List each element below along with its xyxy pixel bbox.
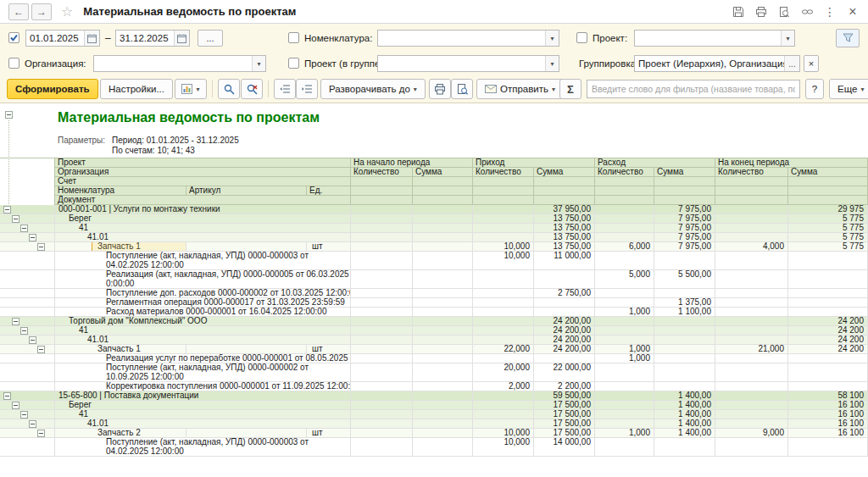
cell-ns[interactable]	[413, 401, 473, 409]
cell-es[interactable]: 5 775	[788, 242, 868, 251]
project-in-group-combo[interactable]: ▾	[377, 55, 559, 72]
cell-os[interactable]: 1 400,00	[654, 419, 715, 428]
cell-ns[interactable]	[413, 317, 473, 325]
cell-eq[interactable]	[715, 410, 788, 419]
cell-is[interactable]: 17 500,00	[534, 401, 595, 409]
cell-es[interactable]: 5 775	[788, 214, 868, 223]
cell-iq[interactable]	[473, 326, 534, 335]
organization-combo[interactable]: ▾	[93, 55, 266, 72]
chevron-down-icon[interactable]: ▾	[545, 56, 559, 71]
cell-name[interactable]: Реализация (акт, накладная, УПД) 0000-00…	[54, 270, 351, 288]
report-row-document[interactable]: Корректировка поступления 0000-000001 от…	[0, 382, 868, 391]
cell-eq[interactable]	[715, 214, 788, 223]
more-button[interactable]: Еще ▾	[829, 79, 868, 99]
period-to-field[interactable]: 31.12.2025	[115, 30, 190, 47]
cell-os[interactable]: 1 400,00	[654, 401, 715, 409]
cell-iq[interactable]	[473, 401, 534, 409]
cell-os[interactable]: 7 975,00	[654, 205, 715, 214]
cell-iq[interactable]	[473, 205, 534, 214]
cell-nq[interactable]	[351, 252, 413, 269]
report-row-document[interactable]: Поступление (акт, накладная, УПД) 0000-0…	[0, 363, 868, 382]
cell-iq[interactable]: 10,000	[473, 429, 534, 437]
cell-es[interactable]: 58 100	[788, 391, 868, 400]
cell-ns[interactable]	[413, 345, 473, 353]
cell-name[interactable]: 41.01	[54, 336, 351, 344]
cell-eq[interactable]	[715, 233, 788, 241]
cell-eq[interactable]	[715, 224, 788, 232]
report-row-document[interactable]: Регламентная операция 0000-000017 от 31.…	[0, 298, 868, 308]
cell-nq[interactable]	[351, 410, 413, 419]
cell-iq[interactable]	[473, 410, 534, 419]
cell-es[interactable]	[788, 354, 868, 363]
cell-eq[interactable]	[715, 438, 788, 456]
cell-name[interactable]: 41.01	[54, 233, 351, 241]
cell-os[interactable]	[654, 345, 715, 353]
quick-filter-input[interactable]	[587, 80, 800, 98]
report-row-item[interactable]: Запчасть 2шт10,00017 500,001,0001 400,00…	[0, 429, 868, 438]
cell-es[interactable]: 5 775	[788, 224, 868, 232]
cell-ns[interactable]	[413, 354, 473, 363]
cell-is[interactable]: 13 750,00	[534, 224, 595, 232]
collapse-expander-icon[interactable]	[12, 318, 19, 325]
cell-es[interactable]	[788, 289, 868, 297]
find-button[interactable]	[218, 79, 240, 99]
cell-name[interactable]: Расход материалов 0000-000001 от 16.04.2…	[54, 308, 351, 316]
cell-iq[interactable]	[473, 298, 534, 307]
project-checkbox[interactable]	[576, 32, 587, 43]
cell-is[interactable]: 24 200,00	[534, 345, 595, 353]
column-header-expense[interactable]: Расход	[595, 158, 715, 168]
report-row-group[interactable]: 4113 750,007 975,005 775	[0, 224, 868, 233]
collapse-expander-icon[interactable]	[12, 215, 19, 223]
cell-ns[interactable]	[413, 224, 473, 232]
cell-eq[interactable]	[715, 252, 788, 269]
collapse-expander-icon[interactable]	[20, 411, 28, 419]
report-row-document[interactable]: Поступление доп. расходов 0000-000002 от…	[0, 289, 868, 298]
cell-oq[interactable]	[595, 289, 654, 297]
column-header-account[interactable]: Счет	[54, 177, 351, 186]
cell-ns[interactable]	[413, 252, 473, 269]
cell-oq[interactable]	[595, 298, 654, 307]
cell-is[interactable]: 37 950,00	[534, 205, 595, 214]
cell-os[interactable]	[654, 382, 715, 391]
cell-nq[interactable]	[351, 242, 413, 251]
cell-nq[interactable]	[351, 336, 413, 344]
cell-oq[interactable]	[595, 252, 654, 269]
cell-ns[interactable]	[413, 308, 473, 316]
cell-eq[interactable]	[715, 205, 788, 214]
column-header-qty[interactable]: Количество	[715, 168, 788, 177]
cell-is[interactable]	[534, 298, 595, 307]
cell-is[interactable]: 24 200,00	[534, 317, 595, 325]
cell-ns[interactable]	[413, 270, 473, 288]
collapse-expander-icon[interactable]	[37, 430, 45, 437]
back-button[interactable]: ←	[8, 3, 29, 20]
cell-name[interactable]: Поступление доп. расходов 0000-000002 от…	[54, 289, 351, 297]
expand-to-button[interactable]: Разворачивать до ▾	[320, 79, 426, 99]
cell-ns[interactable]	[413, 233, 473, 241]
cell-iq[interactable]: 10,000	[473, 242, 534, 251]
report-variants-button[interactable]: ▾	[175, 79, 207, 99]
cell-os[interactable]: 7 975,00	[654, 214, 715, 223]
cell-es[interactable]	[788, 308, 868, 316]
cell-unit[interactable]: шт	[307, 242, 351, 251]
cell-os[interactable]	[654, 336, 715, 344]
expand-groups-button[interactable]	[296, 79, 318, 99]
cell-name[interactable]: 15-65-800 | Поставка документации	[54, 391, 351, 400]
cell-ns[interactable]	[413, 214, 473, 223]
cell-name[interactable]: Корректировка поступления 0000-000001 от…	[54, 382, 351, 391]
report-row-item[interactable]: Запчасть 1шт10,00013 750,006,0007 975,00…	[0, 242, 868, 252]
cell-iq[interactable]: 10,000	[473, 252, 534, 269]
collapse-expander-icon[interactable]	[20, 327, 28, 335]
cell-iq[interactable]	[473, 270, 534, 288]
collapse-expander-icon[interactable]	[20, 225, 28, 232]
collapse-expander-icon[interactable]	[5, 111, 13, 119]
cell-is[interactable]: 13 750,00	[534, 242, 595, 251]
cell-name[interactable]: Реализация услуг по переработке 0000-000…	[54, 354, 351, 363]
cell-nq[interactable]	[351, 419, 413, 428]
calendar-icon[interactable]	[84, 31, 99, 46]
generate-button[interactable]: Сформировать	[7, 79, 98, 99]
cell-ns[interactable]	[413, 391, 473, 400]
cell-nq[interactable]	[351, 429, 413, 437]
cell-iq[interactable]	[473, 308, 534, 316]
cell-nq[interactable]	[351, 438, 413, 456]
column-header-article[interactable]: Артикул	[186, 186, 307, 196]
